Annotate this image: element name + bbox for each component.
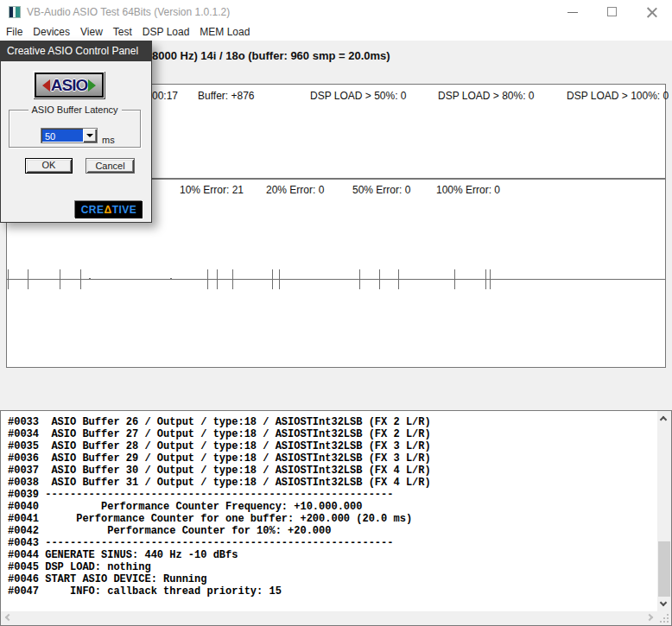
creative-logo: CREΔTIVE [75,201,143,218]
log-line: #0044 GENERATE SINUS: 440 Hz -10 dBfs [8,549,657,561]
menu-bar: FileDevicesViewTestDSP LoadMEM Load [0,24,672,41]
app-window: { "window": { "title": "VB-Audio ASIO Te… [0,0,672,626]
dialog-title: Creative ASIO Control Panel [7,45,138,57]
error-event-dot [170,278,172,280]
dropdown-arrow-icon [86,134,93,137]
horizontal-scrollbar[interactable] [1,611,658,625]
dsp-load-100: DSP LOAD > 100%: 0 [567,90,669,102]
log-line: #0039 ----------------------------------… [8,489,657,501]
asio-logo-text: ASIO [51,76,87,95]
latency-value: 50 [42,130,83,142]
minimize-button[interactable] [553,0,593,24]
minimize-icon [567,12,578,13]
close-button[interactable] [632,0,672,24]
error-50-counter: 50% Error: 0 [352,184,410,196]
error-event-dot [89,278,91,280]
log-console[interactable]: #0033 ASIO Buffer 26 / Output / type:18 … [0,410,672,626]
log-line: #0033 ASIO Buffer 26 / Output / type:18 … [8,416,657,428]
latency-combobox[interactable]: 50 [41,128,98,143]
error-event-tick [232,269,233,289]
combobox-dropdown-button[interactable] [83,129,97,142]
dsp-load-50: DSP LOAD > 50%: 0 [310,90,407,102]
vertical-scrollbar[interactable] [657,411,671,612]
error-event-tick [279,269,280,289]
chevron-right-icon [646,614,653,621]
scroll-down-button[interactable] [657,598,671,611]
log-line: #0041 Performance Counter for one buffer… [8,513,657,525]
ms-unit-label: ms [102,135,115,145]
app-icon [9,6,21,18]
log-line: #0042 Performance Counter for 10%: +20.0… [8,525,657,537]
asio-logo: ASIO [33,71,105,99]
menu-item-test[interactable]: Test [108,24,137,41]
menu-item-file[interactable]: File [1,24,28,41]
log-line: #0043 ----------------------------------… [8,537,657,549]
error-event-tick [217,269,218,289]
vertical-scroll-thumb[interactable] [658,541,670,597]
buffer-latency-label: ASIO Buffer Latency [28,104,121,115]
resize-grip-icon [657,611,671,625]
creative-asio-dialog: Creative ASIO Control Panel ASIO ASIO Bu… [0,41,152,223]
error-event-tick [60,269,60,289]
menu-item-dsp-load[interactable]: DSP Load [137,24,195,41]
asio-logo-left-arrow-icon [42,79,50,92]
maximize-icon [607,7,617,16]
elapsed-time: 00:17 [152,90,178,102]
ok-button[interactable]: OK [25,158,73,174]
device-format-line: 8000 Hz) 14i / 18o (buffer: 960 smp = 20… [152,49,390,62]
scroll-left-button[interactable] [1,611,15,625]
error-event-tick [8,269,9,289]
menu-item-mem-load[interactable]: MEM Load [194,24,255,41]
menu-item-view[interactable]: View [75,24,108,41]
log-line: #0046 START ASIO DEVICE: Running [8,573,657,585]
log-line: #0045 DSP LOAD: nothing [8,561,657,573]
error-event-tick [398,269,399,289]
dialog-title-bar[interactable]: Creative ASIO Control Panel [1,41,151,61]
error-10-counter: 10% Error: 21 [180,184,244,196]
resize-grip[interactable] [657,611,671,625]
error-event-tick [80,269,81,289]
log-line: #0047 INFO: callback thread priority: 15 [8,585,657,598]
error-event-tick [490,269,491,289]
log-line: #0035 ASIO Buffer 28 / Output / type:18 … [8,440,657,452]
window-title: VB-Audio ASIO Test 64Bits (Version 1.0.1… [27,6,230,18]
error-event-tick [454,269,455,289]
error-event-tick [207,269,208,289]
log-line: #0037 ASIO Buffer 30 / Output / type:18 … [8,465,657,477]
error-event-tick [359,269,360,289]
error-event-tick [379,269,380,289]
log-line: #0036 ASIO Buffer 29 / Output / type:18 … [8,452,657,465]
dsp-load-80: DSP LOAD > 80%: 0 [438,90,535,102]
creative-logo-triangle: Δ [105,204,112,216]
maximize-button[interactable] [593,0,632,24]
asio-logo-right-arrow-icon [88,79,96,92]
scroll-up-button[interactable] [657,412,671,426]
error-100-counter: 100% Error: 0 [436,184,500,196]
cancel-button[interactable]: Cancel [86,158,135,174]
log-line: #0034 ASIO Buffer 27 / Output / type:18 … [8,428,657,440]
scroll-right-button[interactable] [644,611,658,625]
chevron-left-icon [5,614,12,621]
menu-item-devices[interactable]: Devices [28,24,75,41]
chevron-down-icon [660,599,667,606]
log-line: #0040 Performance Counter Frequency: +10… [8,501,657,513]
buffer-counter: Buffer: +876 [198,90,255,102]
error-event-tick [28,269,29,289]
log-text: #0033 ASIO Buffer 26 / Output / type:18 … [1,411,657,611]
title-bar: VB-Audio ASIO Test 64Bits (Version 1.0.1… [0,0,672,24]
error-event-tick [485,269,486,289]
close-icon [647,7,657,17]
error-20-counter: 20% Error: 0 [266,184,324,196]
timeline-axis [7,279,665,280]
chevron-up-icon [660,416,667,423]
error-event-tick [272,269,273,289]
log-line: #0038 ASIO Buffer 31 / Output / type:18 … [8,477,657,489]
